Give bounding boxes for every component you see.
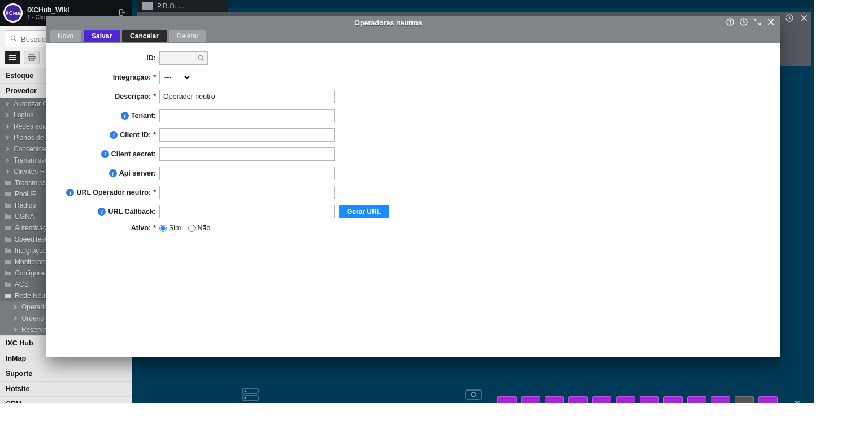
deletar-button[interactable]: Deletar xyxy=(169,30,207,42)
clientid-field[interactable] xyxy=(159,128,335,142)
search-icon xyxy=(10,34,18,44)
cat-hotsite[interactable]: Hotsite xyxy=(0,381,132,396)
svg-point-11 xyxy=(730,24,730,24)
label-apiserver: Api server: xyxy=(119,169,156,177)
gerar-url-button[interactable]: Gerar URL xyxy=(339,205,389,218)
info-icon[interactable]: i xyxy=(98,208,106,216)
server-icon xyxy=(241,387,259,402)
tenant-field[interactable] xyxy=(159,109,335,122)
ativo-nao-option[interactable]: Não xyxy=(188,224,211,232)
salvar-button[interactable]: Salvar xyxy=(84,30,120,42)
history-icon[interactable] xyxy=(739,17,748,28)
label-descricao: Descrição: xyxy=(115,93,151,100)
svg-point-5 xyxy=(471,392,476,397)
close-icon[interactable] xyxy=(800,14,809,24)
label-id: ID: xyxy=(146,54,156,62)
view-list-icon[interactable] xyxy=(5,51,20,64)
logo-icon: IXCHUB xyxy=(3,3,23,23)
label-integracao: Integração: xyxy=(113,73,151,81)
label-tenant: Tenant: xyxy=(131,112,156,120)
svg-point-6 xyxy=(11,36,15,40)
svg-rect-4 xyxy=(466,390,481,399)
app-title: IXCHub_Wiki xyxy=(27,6,114,14)
svg-rect-7 xyxy=(29,55,34,56)
info-icon[interactable]: i xyxy=(66,189,74,196)
canvas-right-margin xyxy=(814,0,868,429)
url-callback-field[interactable] xyxy=(159,205,335,218)
modal-title: Operadores neutros xyxy=(51,19,726,27)
clientsecret-field[interactable] xyxy=(159,147,335,161)
cat-suporte[interactable]: Suporte xyxy=(0,366,132,381)
apiserver-field[interactable] xyxy=(159,167,335,180)
history-icon[interactable] xyxy=(785,14,794,24)
modal-operadores-neutros: Operadores neutros Novo Salvar Cancelar … xyxy=(46,16,780,357)
info-icon[interactable]: i xyxy=(101,150,109,158)
novo-button[interactable]: Novo xyxy=(50,30,81,42)
svg-point-12 xyxy=(198,55,202,59)
print-icon[interactable] xyxy=(24,51,40,64)
label-url-callback: URL Callback: xyxy=(108,208,156,216)
url-operador-field[interactable] xyxy=(159,186,335,199)
search-icon[interactable] xyxy=(197,54,205,62)
descricao-field[interactable] xyxy=(159,90,335,103)
modal-toolbar: Novo Salvar Cancelar Deletar xyxy=(46,30,780,43)
background-tab[interactable]: P.R.O. ... xyxy=(138,0,228,12)
ativo-sim-option[interactable]: Sim xyxy=(159,224,181,232)
close-icon[interactable] xyxy=(766,17,775,28)
cat-crm[interactable]: CRM xyxy=(0,396,132,403)
help-icon[interactable] xyxy=(726,17,735,28)
tab-generic-icon xyxy=(142,2,153,10)
label-clientsecret: Client secret: xyxy=(111,150,156,158)
label-clientid: Client ID: xyxy=(120,131,151,139)
ativo-nao-radio[interactable] xyxy=(188,225,196,232)
info-icon[interactable]: i xyxy=(121,112,129,120)
money-icon xyxy=(465,387,483,402)
label-ativo: Ativo: xyxy=(131,224,151,232)
tab-label: P.R.O. ... xyxy=(157,2,184,10)
bg-topright-icons xyxy=(785,14,809,24)
svg-point-3 xyxy=(244,397,245,399)
label-url-operador: URL Operador neutro: xyxy=(76,189,151,196)
expand-icon[interactable] xyxy=(753,17,762,28)
info-icon[interactable]: i xyxy=(110,131,118,139)
ativo-sim-radio[interactable] xyxy=(159,225,167,232)
integracao-select[interactable]: --- xyxy=(159,71,192,84)
cancelar-button[interactable]: Cancelar xyxy=(122,30,167,42)
canvas-bottom-margin xyxy=(0,403,868,429)
svg-point-2 xyxy=(244,391,245,392)
info-icon[interactable]: i xyxy=(109,169,117,177)
